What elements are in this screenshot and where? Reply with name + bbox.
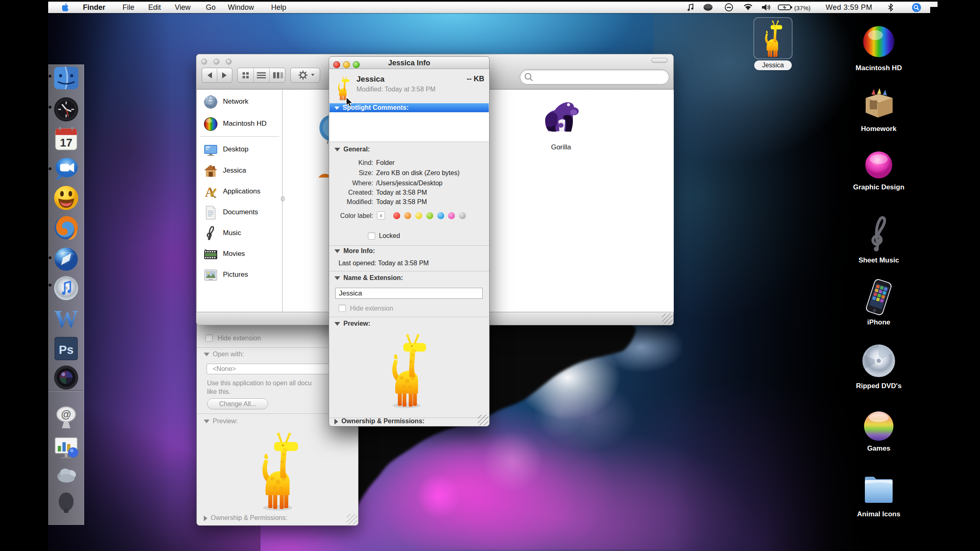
svg-text:Ps: Ps — [59, 343, 74, 356]
svg-text:17: 17 — [60, 136, 72, 149]
svg-text:W: W — [54, 305, 78, 332]
svg-text:@: @ — [61, 409, 71, 420]
